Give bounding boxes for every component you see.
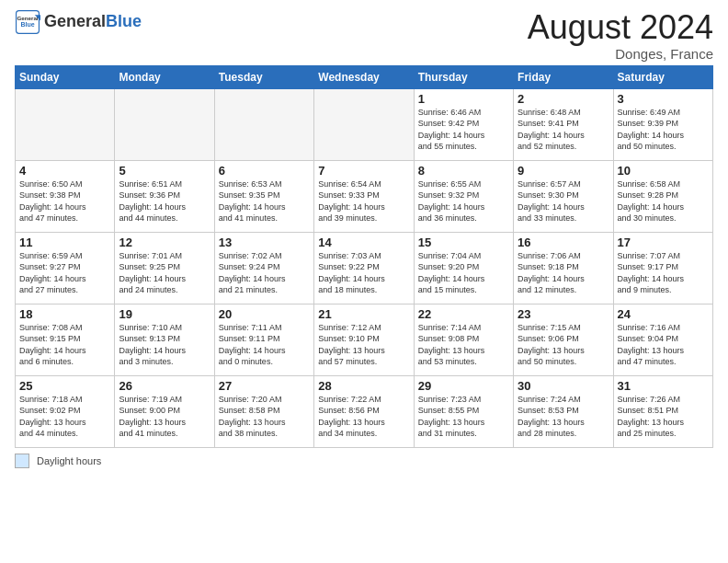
day-info: Sunrise: 7:11 AM Sunset: 9:11 PM Dayligh… — [219, 322, 310, 368]
day-info: Sunrise: 7:20 AM Sunset: 8:58 PM Dayligh… — [219, 394, 310, 440]
calendar-cell: 1Sunrise: 6:46 AM Sunset: 9:42 PM Daylig… — [414, 88, 513, 160]
calendar-cell — [214, 88, 313, 160]
calendar-cell: 25Sunrise: 7:18 AM Sunset: 9:02 PM Dayli… — [16, 375, 115, 447]
calendar-cell: 6Sunrise: 6:53 AM Sunset: 9:35 PM Daylig… — [214, 160, 313, 232]
col-header-sunday: Sunday — [16, 65, 115, 88]
day-info: Sunrise: 7:10 AM Sunset: 9:13 PM Dayligh… — [119, 322, 210, 368]
day-number: 20 — [219, 307, 310, 321]
calendar-cell: 16Sunrise: 7:06 AM Sunset: 9:18 PM Dayli… — [514, 232, 613, 304]
calendar-cell: 30Sunrise: 7:24 AM Sunset: 8:53 PM Dayli… — [514, 375, 613, 447]
day-info: Sunrise: 7:18 AM Sunset: 9:02 PM Dayligh… — [19, 394, 110, 440]
calendar-week-5: 25Sunrise: 7:18 AM Sunset: 9:02 PM Dayli… — [16, 375, 713, 447]
day-number: 27 — [219, 379, 310, 393]
calendar-cell: 31Sunrise: 7:26 AM Sunset: 8:51 PM Dayli… — [613, 375, 712, 447]
calendar-cell: 15Sunrise: 7:04 AM Sunset: 9:20 PM Dayli… — [414, 232, 513, 304]
day-number: 5 — [119, 164, 210, 178]
day-info: Sunrise: 6:57 AM Sunset: 9:30 PM Dayligh… — [518, 178, 609, 224]
day-info: Sunrise: 7:15 AM Sunset: 9:06 PM Dayligh… — [518, 322, 609, 368]
day-number: 30 — [518, 379, 609, 393]
day-number: 1 — [418, 92, 509, 106]
svg-text:Blue: Blue — [20, 21, 34, 28]
day-number: 6 — [219, 164, 310, 178]
calendar-cell — [314, 88, 414, 160]
calendar-cell: 5Sunrise: 6:51 AM Sunset: 9:36 PM Daylig… — [115, 160, 214, 232]
day-number: 31 — [618, 379, 709, 393]
logo-icon: General Blue — [15, 9, 40, 35]
day-number: 24 — [618, 307, 709, 321]
calendar-cell: 29Sunrise: 7:23 AM Sunset: 8:55 PM Dayli… — [414, 375, 513, 447]
day-info: Sunrise: 6:58 AM Sunset: 9:28 PM Dayligh… — [618, 178, 709, 224]
day-number: 4 — [19, 164, 110, 178]
calendar-cell: 4Sunrise: 6:50 AM Sunset: 9:38 PM Daylig… — [16, 160, 115, 232]
month-title: August 2024 — [528, 9, 713, 46]
day-number: 11 — [19, 236, 110, 249]
day-number: 28 — [318, 379, 409, 393]
calendar-cell: 28Sunrise: 7:22 AM Sunset: 8:56 PM Dayli… — [314, 375, 414, 447]
col-header-wednesday: Wednesday — [314, 65, 414, 88]
day-info: Sunrise: 6:54 AM Sunset: 9:33 PM Dayligh… — [318, 178, 409, 224]
day-number: 10 — [618, 164, 709, 178]
calendar-cell: 17Sunrise: 7:07 AM Sunset: 9:17 PM Dayli… — [613, 232, 712, 304]
calendar-cell — [16, 88, 115, 160]
col-header-tuesday: Tuesday — [214, 65, 313, 88]
logo-text: GeneralBlue — [44, 13, 142, 31]
day-info: Sunrise: 7:06 AM Sunset: 9:18 PM Dayligh… — [518, 250, 609, 296]
day-info: Sunrise: 7:02 AM Sunset: 9:24 PM Dayligh… — [219, 250, 310, 296]
day-info: Sunrise: 7:04 AM Sunset: 9:20 PM Dayligh… — [418, 250, 509, 296]
calendar-header-row: SundayMondayTuesdayWednesdayThursdayFrid… — [16, 65, 713, 88]
calendar-cell: 18Sunrise: 7:08 AM Sunset: 9:15 PM Dayli… — [16, 304, 115, 375]
day-info: Sunrise: 6:50 AM Sunset: 9:38 PM Dayligh… — [19, 178, 110, 224]
calendar-week-4: 18Sunrise: 7:08 AM Sunset: 9:15 PM Dayli… — [16, 304, 713, 375]
calendar-cell: 3Sunrise: 6:49 AM Sunset: 9:39 PM Daylig… — [613, 88, 712, 160]
daylight-legend-label: Daylight hours — [37, 455, 101, 466]
day-number: 15 — [418, 236, 509, 249]
calendar-cell: 21Sunrise: 7:12 AM Sunset: 9:10 PM Dayli… — [314, 304, 414, 375]
day-info: Sunrise: 7:01 AM Sunset: 9:25 PM Dayligh… — [119, 250, 210, 296]
daylight-legend-box — [15, 454, 29, 468]
day-info: Sunrise: 6:49 AM Sunset: 9:39 PM Dayligh… — [618, 107, 709, 153]
day-info: Sunrise: 7:19 AM Sunset: 9:00 PM Dayligh… — [119, 394, 210, 440]
day-info: Sunrise: 6:51 AM Sunset: 9:36 PM Dayligh… — [119, 178, 210, 224]
calendar-cell: 9Sunrise: 6:57 AM Sunset: 9:30 PM Daylig… — [514, 160, 613, 232]
col-header-monday: Monday — [115, 65, 214, 88]
calendar-cell: 11Sunrise: 6:59 AM Sunset: 9:27 PM Dayli… — [16, 232, 115, 304]
calendar-week-1: 1Sunrise: 6:46 AM Sunset: 9:42 PM Daylig… — [16, 88, 713, 160]
footer: Daylight hours — [15, 454, 713, 468]
calendar-cell: 24Sunrise: 7:16 AM Sunset: 9:04 PM Dayli… — [613, 304, 712, 375]
day-number: 19 — [119, 307, 210, 321]
day-number: 3 — [618, 92, 709, 106]
day-info: Sunrise: 7:23 AM Sunset: 8:55 PM Dayligh… — [418, 394, 509, 440]
day-number: 23 — [518, 307, 609, 321]
day-info: Sunrise: 6:53 AM Sunset: 9:35 PM Dayligh… — [219, 178, 310, 224]
day-info: Sunrise: 6:55 AM Sunset: 9:32 PM Dayligh… — [418, 178, 509, 224]
day-number: 9 — [518, 164, 609, 178]
title-block: August 2024 Donges, France — [528, 9, 713, 62]
col-header-saturday: Saturday — [613, 65, 712, 88]
calendar-cell: 19Sunrise: 7:10 AM Sunset: 9:13 PM Dayli… — [115, 304, 214, 375]
col-header-friday: Friday — [514, 65, 613, 88]
calendar-cell: 10Sunrise: 6:58 AM Sunset: 9:28 PM Dayli… — [613, 160, 712, 232]
calendar-cell: 13Sunrise: 7:02 AM Sunset: 9:24 PM Dayli… — [214, 232, 313, 304]
day-number: 16 — [518, 236, 609, 249]
day-number: 25 — [19, 379, 110, 393]
calendar-cell: 22Sunrise: 7:14 AM Sunset: 9:08 PM Dayli… — [414, 304, 513, 375]
day-number: 17 — [618, 236, 709, 249]
calendar-cell: 7Sunrise: 6:54 AM Sunset: 9:33 PM Daylig… — [314, 160, 414, 232]
day-info: Sunrise: 6:48 AM Sunset: 9:41 PM Dayligh… — [518, 107, 609, 153]
calendar-table: SundayMondayTuesdayWednesdayThursdayFrid… — [15, 65, 713, 448]
day-number: 2 — [518, 92, 609, 106]
day-info: Sunrise: 7:16 AM Sunset: 9:04 PM Dayligh… — [618, 322, 709, 368]
day-number: 8 — [418, 164, 509, 178]
day-number: 13 — [219, 236, 310, 249]
calendar-week-2: 4Sunrise: 6:50 AM Sunset: 9:38 PM Daylig… — [16, 160, 713, 232]
day-info: Sunrise: 7:08 AM Sunset: 9:15 PM Dayligh… — [19, 322, 110, 368]
day-info: Sunrise: 7:03 AM Sunset: 9:22 PM Dayligh… — [318, 250, 409, 296]
day-info: Sunrise: 6:59 AM Sunset: 9:27 PM Dayligh… — [19, 250, 110, 296]
calendar-cell: 12Sunrise: 7:01 AM Sunset: 9:25 PM Dayli… — [115, 232, 214, 304]
calendar-cell: 14Sunrise: 7:03 AM Sunset: 9:22 PM Dayli… — [314, 232, 414, 304]
day-number: 29 — [418, 379, 509, 393]
day-info: Sunrise: 6:46 AM Sunset: 9:42 PM Dayligh… — [418, 107, 509, 153]
day-number: 14 — [318, 236, 409, 249]
day-info: Sunrise: 7:22 AM Sunset: 8:56 PM Dayligh… — [318, 394, 409, 440]
day-number: 18 — [19, 307, 110, 321]
